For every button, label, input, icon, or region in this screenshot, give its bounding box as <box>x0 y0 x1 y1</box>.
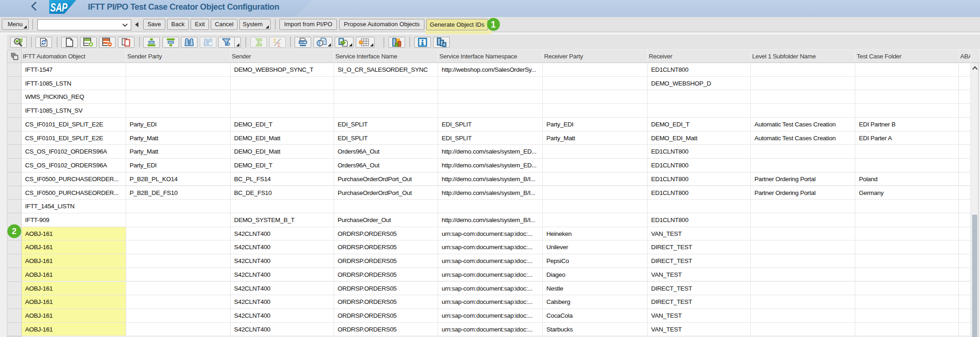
svg-text:SAP: SAP <box>50 0 68 14</box>
svg-text:Σ: Σ <box>273 38 276 44</box>
svg-text:Σ: Σ <box>277 42 280 47</box>
